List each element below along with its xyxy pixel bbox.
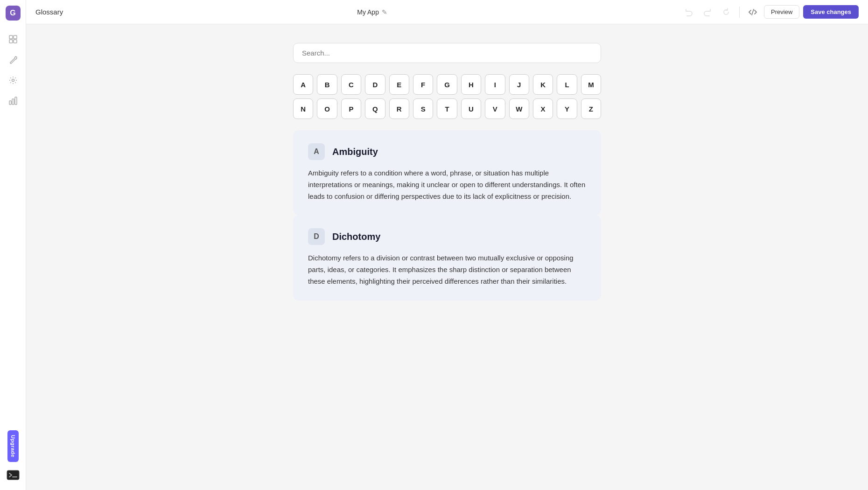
page-title: Glossary xyxy=(35,8,63,16)
content-wrap: ABCDEFGHIJKLM NOPQRSTUVWXYZ A Ambiguity … xyxy=(293,43,601,301)
alpha-btn-g[interactable]: G xyxy=(437,74,457,95)
topbar: Glossary My App ✎ xyxy=(26,0,868,24)
alpha-btn-m[interactable]: M xyxy=(581,74,601,95)
alpha-btn-i[interactable]: I xyxy=(485,74,505,95)
sidebar-item-settings[interactable] xyxy=(4,71,22,90)
app-name: My App xyxy=(357,8,379,16)
alpha-btn-z[interactable]: Z xyxy=(581,98,601,119)
alpha-btn-a[interactable]: A xyxy=(293,74,313,95)
alpha-btn-e[interactable]: E xyxy=(389,74,409,95)
edit-icon[interactable]: ✎ xyxy=(382,8,387,16)
alpha-btn-r[interactable]: R xyxy=(389,98,409,119)
alpha-btn-v[interactable]: V xyxy=(485,98,505,119)
entry-term: Dichotomy xyxy=(332,231,380,242)
app-logo[interactable]: G xyxy=(6,6,21,21)
entry-term: Ambiguity xyxy=(332,147,378,157)
alpha-btn-l[interactable]: L xyxy=(557,74,577,95)
code-button[interactable] xyxy=(745,5,760,20)
entry-definition: Ambiguity refers to a condition where a … xyxy=(308,168,586,202)
entry-letter: D xyxy=(308,228,325,245)
alpha-btn-n[interactable]: N xyxy=(293,98,313,119)
topbar-actions: Preview Save changes xyxy=(681,5,859,20)
alphabet-row-1: ABCDEFGHIJKLM xyxy=(293,74,601,95)
glossary-entry-a: A Ambiguity Ambiguity refers to a condit… xyxy=(293,130,601,215)
alphabet-section: ABCDEFGHIJKLM NOPQRSTUVWXYZ xyxy=(293,74,601,119)
svg-point-4 xyxy=(12,79,14,82)
alpha-btn-o[interactable]: O xyxy=(317,98,337,119)
svg-rect-8 xyxy=(7,470,19,480)
topbar-divider xyxy=(739,7,740,18)
entry-header: A Ambiguity xyxy=(308,143,586,160)
search-input[interactable] xyxy=(293,43,601,63)
preview-button[interactable]: Preview xyxy=(764,5,799,19)
alpha-btn-d[interactable]: D xyxy=(365,74,385,95)
sidebar-item-tools[interactable] xyxy=(4,50,22,69)
undo-button[interactable] xyxy=(681,5,696,20)
entries-container: A Ambiguity Ambiguity refers to a condit… xyxy=(293,130,601,301)
alpha-btn-q[interactable]: Q xyxy=(365,98,385,119)
glossary-entry-d: D Dichotomy Dichotomy refers to a divisi… xyxy=(293,215,601,300)
entry-header: D Dichotomy xyxy=(308,228,586,245)
topbar-center: My App ✎ xyxy=(63,8,681,16)
save-button[interactable]: Save changes xyxy=(803,5,859,19)
sidebar-item-dashboard[interactable] xyxy=(4,30,22,49)
alpha-btn-w[interactable]: W xyxy=(509,98,529,119)
svg-rect-5 xyxy=(9,101,11,105)
svg-rect-7 xyxy=(15,97,17,105)
entry-definition: Dichotomy refers to a division or contra… xyxy=(308,252,586,287)
upgrade-button[interactable]: Upgrade xyxy=(7,430,19,462)
main-content: ABCDEFGHIJKLM NOPQRSTUVWXYZ A Ambiguity … xyxy=(26,24,868,490)
alpha-btn-y[interactable]: Y xyxy=(557,98,577,119)
alpha-btn-u[interactable]: U xyxy=(461,98,481,119)
sidebar-item-analytics[interactable] xyxy=(4,91,22,110)
alpha-btn-p[interactable]: P xyxy=(341,98,361,119)
alpha-btn-s[interactable]: S xyxy=(413,98,433,119)
svg-rect-0 xyxy=(9,35,13,39)
svg-rect-1 xyxy=(14,35,17,39)
entry-letter: A xyxy=(308,143,325,160)
alpha-btn-h[interactable]: H xyxy=(461,74,481,95)
svg-rect-3 xyxy=(14,40,17,43)
alpha-btn-x[interactable]: X xyxy=(533,98,553,119)
alpha-btn-j[interactable]: J xyxy=(509,74,529,95)
svg-rect-6 xyxy=(12,99,14,105)
alpha-btn-b[interactable]: B xyxy=(317,74,337,95)
svg-rect-2 xyxy=(9,40,13,43)
alphabet-row-2: NOPQRSTUVWXYZ xyxy=(293,98,601,119)
sidebar-bottom: Upgrade xyxy=(4,430,22,484)
terminal-icon[interactable] xyxy=(4,466,22,484)
refresh-button[interactable] xyxy=(719,5,734,20)
alpha-btn-t[interactable]: T xyxy=(437,98,457,119)
alpha-btn-k[interactable]: K xyxy=(533,74,553,95)
alpha-btn-c[interactable]: C xyxy=(341,74,361,95)
svg-line-10 xyxy=(752,9,754,15)
sidebar: G Upgrade xyxy=(0,0,26,490)
alpha-btn-f[interactable]: F xyxy=(413,74,433,95)
redo-button[interactable] xyxy=(700,5,715,20)
